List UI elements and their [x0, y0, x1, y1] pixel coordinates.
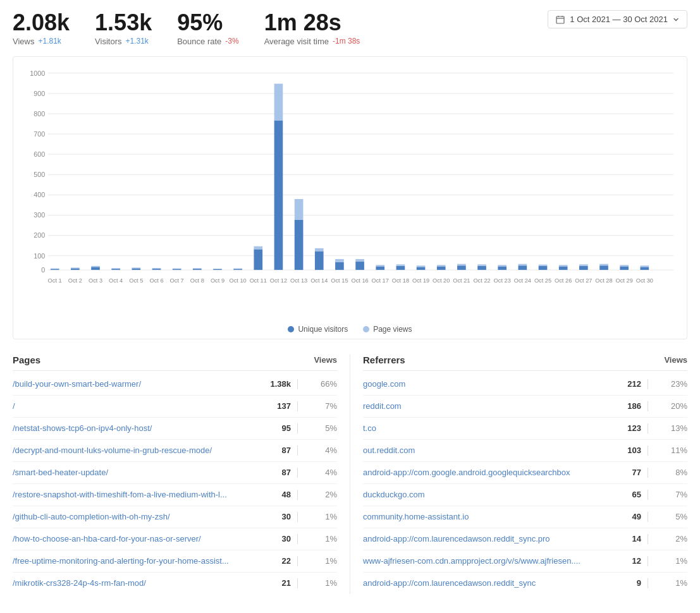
cell-divider [297, 578, 298, 588]
page-views-pct: 7% [312, 401, 337, 411]
referrers-table-body: google.com 212 23% reddit.com 186 20% t.… [363, 373, 687, 594]
page-link[interactable]: /how-to-choose-an-hba-card-for-your-nas-… [13, 534, 259, 543]
cell-divider [297, 379, 298, 389]
svg-text:Oct 22: Oct 22 [473, 277, 490, 283]
table-row: duckduckgo.com 65 7% [363, 484, 687, 506]
svg-text:Oct 10: Oct 10 [229, 277, 246, 283]
table-row: /free-uptime-monitoring-and-alerting-for… [13, 550, 337, 573]
page-link[interactable]: /github-cli-auto-completion-with-oh-my-z… [13, 512, 259, 521]
cell-divider [648, 556, 648, 566]
svg-rect-68 [477, 265, 486, 269]
svg-text:Oct 26: Oct 26 [555, 277, 572, 283]
svg-rect-42 [213, 269, 222, 269]
date-range-picker[interactable]: 1 Oct 2021 — 30 Oct 2021 [548, 10, 687, 28]
page-views-count: 21 [259, 578, 291, 588]
table-row: /netstat-shows-tcp6-on-ipv4-only-host/ 9… [13, 418, 337, 440]
svg-text:Oct 21: Oct 21 [453, 277, 470, 283]
svg-text:Oct 30: Oct 30 [636, 277, 653, 283]
page-link[interactable]: /build-your-own-smart-bed-warmer/ [13, 379, 259, 389]
svg-rect-77 [559, 265, 568, 266]
svg-rect-55 [335, 259, 344, 262]
svg-text:900: 900 [34, 89, 45, 97]
legend-dot-pageviews [363, 326, 369, 332]
svg-text:Oct 3: Oct 3 [89, 277, 102, 283]
stat-bounce-delta: -3% [225, 37, 238, 46]
svg-rect-32 [111, 269, 120, 270]
stat-avg-visit-label: Average visit time -1m 38s [264, 37, 360, 46]
referrer-link[interactable]: duckduckgo.com [363, 490, 610, 499]
referrer-link[interactable]: android-app://com.google.android.googleq… [363, 468, 610, 477]
chart-container: 1000 900 800 700 600 500 400 300 200 100… [13, 56, 687, 339]
page-views-count: 1.38k [259, 379, 291, 389]
svg-text:Oct 9: Oct 9 [211, 277, 224, 283]
svg-rect-36 [152, 269, 161, 270]
svg-rect-81 [599, 264, 608, 265]
page-link[interactable]: / [13, 401, 259, 411]
svg-rect-79 [579, 264, 588, 265]
stats-row: 2.08k Views +1.81k 1.53k Visitors +1.31k… [13, 10, 687, 46]
referrer-link[interactable]: www-ajfriesen-com.cdn.ampproject.org/v/s… [363, 556, 610, 566]
svg-rect-76 [559, 266, 568, 270]
stat-visitors: 1.53k Visitors +1.31k [95, 10, 152, 46]
page-link[interactable]: /netstat-shows-tcp6-on-ipv4-only-host/ [13, 423, 259, 433]
svg-rect-38 [173, 269, 181, 270]
svg-text:Oct 29: Oct 29 [616, 277, 633, 283]
stat-visitors-delta: +1.31k [125, 37, 148, 46]
svg-rect-66 [457, 265, 466, 270]
cell-divider [648, 401, 648, 411]
referrer-link[interactable]: community.home-assistant.io [363, 512, 610, 521]
chevron-down-icon [673, 16, 679, 23]
svg-rect-43 [213, 269, 222, 269]
page-views-count: 137 [259, 401, 291, 411]
svg-rect-83 [620, 265, 629, 266]
svg-rect-82 [620, 266, 629, 270]
svg-text:Oct 4: Oct 4 [109, 277, 123, 283]
page-views-pct: 1% [312, 556, 337, 566]
referrer-views-count: 12 [610, 556, 641, 566]
stat-views-delta: +1.81k [38, 37, 61, 46]
page-views-pct: 5% [312, 423, 337, 433]
svg-rect-41 [193, 268, 202, 269]
table-row: /build-your-own-smart-bed-warmer/ 1.38k … [13, 373, 337, 396]
cell-divider [648, 534, 648, 544]
referrer-link[interactable]: google.com [363, 379, 610, 389]
legend-pageviews-label: Page views [373, 325, 412, 334]
referrer-link[interactable]: t.co [363, 423, 610, 433]
svg-text:1000: 1000 [30, 69, 45, 76]
legend-dot-visitors [288, 326, 294, 332]
legend-page-views: Page views [363, 325, 412, 334]
referrer-link[interactable]: out.reddit.com [363, 446, 610, 455]
referrer-link[interactable]: android-app://com.laurencedawson.reddit_… [363, 578, 610, 588]
table-row: android-app://com.laurencedawson.reddit_… [363, 573, 687, 594]
svg-rect-33 [111, 268, 120, 269]
stat-avg-visit-value: 1m 28s [264, 10, 360, 35]
pages-col-views-label: Views [314, 355, 337, 365]
referrers-table-section: Referrers Views google.com 212 23% reddi… [350, 355, 687, 594]
table-row: www-ajfriesen-com.cdn.ampproject.org/v/s… [363, 550, 687, 573]
table-row: android-app://com.laurencedawson.reddit_… [363, 528, 687, 550]
svg-text:Oct 13: Oct 13 [290, 277, 307, 283]
svg-rect-44 [233, 269, 242, 270]
page-link[interactable]: /smart-bed-heater-update/ [13, 468, 259, 477]
page-link[interactable]: /free-uptime-monitoring-and-alerting-for… [13, 556, 259, 566]
referrer-views-count: 49 [610, 512, 641, 521]
tables-row: Pages Views /build-your-own-smart-bed-wa… [13, 355, 687, 594]
svg-text:700: 700 [34, 130, 45, 138]
svg-text:100: 100 [34, 252, 45, 259]
table-row: /restore-snapshot-with-timeshift-fom-a-l… [13, 484, 337, 506]
page-link[interactable]: /mikrotik-crs328-24p-4s-rm-fan-mod/ [13, 578, 259, 588]
referrer-link[interactable]: android-app://com.laurencedawson.reddit_… [363, 534, 610, 543]
chart-area: 1000 900 800 700 600 500 400 300 200 100… [23, 67, 677, 320]
cell-divider [297, 534, 298, 544]
svg-text:200: 200 [34, 231, 45, 239]
referrer-views-count: 77 [610, 468, 641, 477]
page-link[interactable]: /decrypt-and-mount-luks-volume-in-grub-r… [13, 446, 259, 455]
svg-text:Oct 7: Oct 7 [170, 277, 184, 283]
svg-rect-31 [91, 265, 100, 267]
page-link[interactable]: /restore-snapshot-with-timeshift-fom-a-l… [13, 490, 259, 499]
svg-text:Oct 28: Oct 28 [595, 277, 612, 283]
pages-table-title: Pages [13, 355, 40, 365]
referrer-link[interactable]: reddit.com [363, 401, 610, 411]
page-views-count: 22 [259, 556, 291, 566]
cell-divider [297, 423, 298, 434]
